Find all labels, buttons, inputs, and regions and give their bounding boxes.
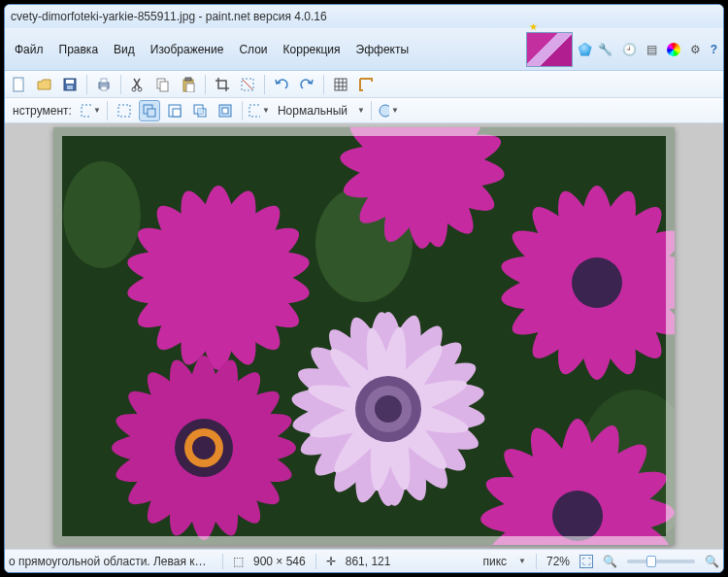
zoom-in-button[interactable]: 🔍 bbox=[705, 555, 719, 568]
cursor-icon: ✛ bbox=[326, 555, 336, 568]
chevron-down-icon: ▼ bbox=[357, 106, 365, 115]
chevron-down-icon: ▼ bbox=[93, 106, 101, 115]
svg-rect-2 bbox=[66, 80, 74, 84]
utility-icons: 🔧 🕘 ▤ ⚙ ? bbox=[598, 43, 717, 56]
status-dimensions: 900 × 546 bbox=[253, 555, 306, 568]
svg-rect-13 bbox=[186, 84, 194, 92]
chevron-down-icon: ▼ bbox=[391, 106, 399, 115]
separator bbox=[222, 554, 223, 569]
antialias-toggle[interactable]: ▼ bbox=[378, 100, 399, 121]
header-right: 🔧 🕘 ▤ ⚙ ? bbox=[526, 32, 723, 67]
svg-rect-21 bbox=[82, 105, 91, 117]
zoom-value[interactable]: 72% bbox=[546, 555, 570, 568]
svg-point-86 bbox=[552, 491, 603, 541]
svg-rect-12 bbox=[185, 78, 191, 81]
selection-shape[interactable]: ▼ bbox=[248, 100, 270, 121]
selection-subtract[interactable] bbox=[164, 100, 185, 121]
main-toolbar bbox=[5, 71, 723, 98]
deselect-button[interactable] bbox=[237, 74, 258, 95]
svg-rect-24 bbox=[148, 109, 155, 117]
separator bbox=[205, 75, 206, 94]
open-button[interactable] bbox=[34, 74, 55, 95]
svg-rect-3 bbox=[67, 85, 73, 89]
selection-invert[interactable] bbox=[215, 100, 236, 121]
separator bbox=[323, 75, 324, 94]
svg-rect-32 bbox=[249, 105, 260, 117]
canvas[interactable] bbox=[53, 127, 675, 545]
cut-button[interactable] bbox=[127, 74, 149, 95]
save-button[interactable] bbox=[59, 74, 81, 95]
copy-button[interactable] bbox=[152, 74, 174, 95]
window-title: cvety-dimorfoteki-yarkie-855911.jpg - pa… bbox=[11, 10, 327, 23]
chevron-down-icon: ▼ bbox=[518, 557, 526, 565]
grid-button[interactable] bbox=[330, 74, 351, 95]
selection-intersect[interactable] bbox=[189, 100, 211, 121]
zoom-slider[interactable] bbox=[627, 560, 695, 563]
titlebar: cvety-dimorfoteki-yarkie-855911.jpg - pa… bbox=[5, 5, 723, 28]
new-button[interactable] bbox=[9, 74, 30, 95]
gem-icon bbox=[579, 43, 592, 56]
app-window: cvety-dimorfoteki-yarkie-855911.jpg - pa… bbox=[4, 4, 724, 573]
print-button[interactable] bbox=[93, 74, 115, 95]
separator bbox=[315, 554, 316, 569]
statusbar: о прямоугольной области. Левая кнопка - … bbox=[5, 549, 723, 572]
menu-effects[interactable]: Эффекты bbox=[348, 39, 417, 60]
header-strip: Файл Правка Вид Изображение Слои Коррекц… bbox=[5, 28, 723, 71]
svg-point-35 bbox=[63, 161, 141, 268]
menu-file[interactable]: Файл bbox=[7, 39, 51, 60]
status-hint: о прямоугольной области. Левая кнопка - … bbox=[9, 555, 213, 568]
selection-add[interactable] bbox=[139, 100, 160, 121]
dimensions-icon: ⬚ bbox=[233, 555, 244, 568]
redo-button[interactable] bbox=[296, 74, 317, 95]
separator bbox=[264, 75, 265, 94]
svg-rect-29 bbox=[198, 109, 203, 114]
svg-rect-5 bbox=[101, 79, 107, 83]
svg-rect-31 bbox=[222, 108, 228, 114]
zoom-out-button[interactable]: 🔍 bbox=[603, 555, 617, 568]
svg-point-107 bbox=[375, 395, 402, 423]
menu-edit[interactable]: Правка bbox=[51, 39, 107, 60]
tool-label: нструмент: bbox=[9, 104, 76, 118]
menu-view[interactable]: Вид bbox=[106, 39, 143, 60]
history-window-icon[interactable]: 🕘 bbox=[622, 43, 637, 56]
menubar: Файл Правка Вид Изображение Слои Коррекц… bbox=[5, 39, 416, 60]
svg-line-15 bbox=[243, 80, 252, 89]
status-cursor: 861, 121 bbox=[346, 555, 391, 568]
crop-button[interactable] bbox=[212, 74, 233, 95]
tools-window-icon[interactable]: 🔧 bbox=[598, 43, 612, 56]
ruler-button[interactable] bbox=[355, 74, 377, 95]
zoom-slider-thumb[interactable] bbox=[646, 556, 656, 567]
separator bbox=[242, 101, 243, 120]
svg-rect-10 bbox=[160, 82, 168, 91]
svg-point-64 bbox=[572, 257, 622, 308]
tool-selector[interactable]: ▼ bbox=[80, 100, 101, 121]
svg-point-77 bbox=[192, 436, 215, 459]
help-icon[interactable]: ? bbox=[711, 43, 717, 56]
separator bbox=[86, 75, 87, 94]
zoom-fit-button[interactable]: ⛶ bbox=[579, 555, 593, 568]
svg-point-33 bbox=[380, 105, 389, 117]
svg-rect-16 bbox=[335, 79, 347, 90]
menu-adjust[interactable]: Коррекция bbox=[276, 39, 348, 60]
svg-rect-6 bbox=[101, 86, 107, 90]
colors-window-icon[interactable] bbox=[667, 43, 680, 56]
layers-window-icon[interactable]: ▤ bbox=[646, 43, 657, 56]
document-thumbnail[interactable] bbox=[526, 32, 573, 67]
chevron-down-icon: ▼ bbox=[262, 106, 270, 115]
unit-label[interactable]: пикс bbox=[482, 555, 507, 568]
canvas-area[interactable] bbox=[5, 123, 723, 549]
separator bbox=[120, 75, 121, 94]
paste-button[interactable] bbox=[178, 74, 199, 95]
undo-button[interactable] bbox=[271, 74, 292, 95]
svg-rect-22 bbox=[118, 105, 130, 117]
menu-image[interactable]: Изображение bbox=[143, 39, 232, 60]
selection-replace[interactable] bbox=[114, 100, 135, 121]
separator bbox=[371, 101, 372, 120]
svg-rect-26 bbox=[173, 109, 181, 117]
settings-icon[interactable]: ⚙ bbox=[690, 43, 701, 56]
menu-layers[interactable]: Слои bbox=[231, 39, 275, 60]
separator bbox=[536, 554, 537, 569]
separator bbox=[107, 101, 108, 120]
blend-mode-label[interactable]: Нормальный bbox=[274, 104, 351, 118]
tool-options-bar: нструмент: ▼ ▼ Нормальный▼ ▼ bbox=[5, 98, 723, 123]
